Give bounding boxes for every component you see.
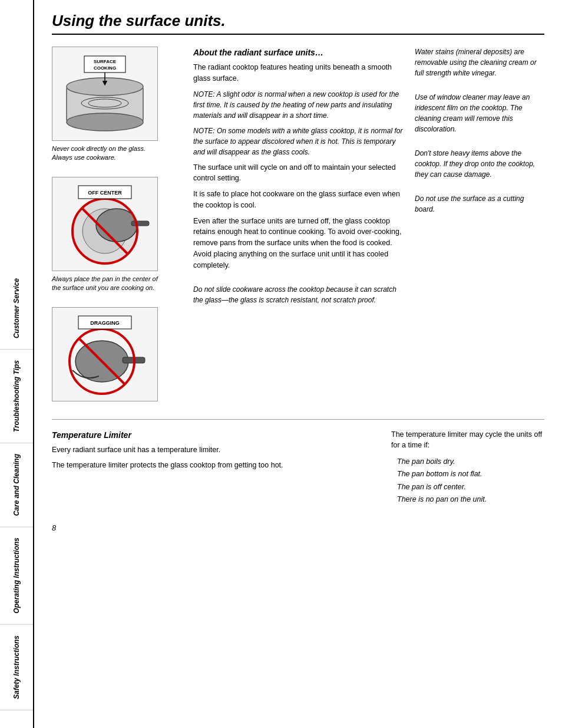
- dragging-diagram: DRAGGING: [52, 307, 158, 401]
- surface-cooking-svg: SURFACE COOKING: [55, 51, 155, 137]
- section-divider: [52, 419, 544, 420]
- off-center-caption: Always place the pan in the center of th…: [52, 275, 158, 293]
- body-para-4: The surface unit will cycle on and off t…: [193, 162, 403, 185]
- surface-cooking-caption: Never cook directly on the glass. Always…: [52, 144, 158, 163]
- page-number: 8: [52, 523, 544, 532]
- right-para-3: Don't store heavy items above the cookto…: [415, 148, 544, 180]
- body-para-5: It is safe to place hot cookware on the …: [193, 189, 403, 211]
- right-para-4: Do not use the surface as a cutting boar…: [415, 193, 544, 215]
- temp-heading: Temperature Limiter: [52, 430, 379, 440]
- sidebar-item-care-cleaning: Care and Cleaning: [0, 443, 33, 527]
- svg-text:COOKING: COOKING: [94, 65, 116, 71]
- right-para-2: Use of window cleaner may leave an iride…: [415, 92, 544, 134]
- sidebar-nav: Customer Service Troubleshooting Tips Ca…: [0, 268, 33, 710]
- temp-para-2: The temperature limiter protects the gla…: [52, 460, 379, 471]
- temp-list-4: There is no pan on the unit.: [397, 493, 544, 506]
- sidebar-item-operating-instructions: Operating Instructions: [0, 527, 33, 625]
- svg-rect-12: [131, 221, 149, 226]
- main-content: Using the surface units. SURFACE COOKIN: [34, 0, 562, 728]
- left-column: SURFACE COOKING Never cook directly on t…: [52, 47, 181, 405]
- svg-point-2: [67, 113, 143, 131]
- far-right-column: Water stains (mineral deposits) are remo…: [415, 47, 544, 405]
- temp-list-1: The pan boils dry.: [397, 456, 544, 468]
- right-area: About the radiant surface units… The rad…: [193, 47, 544, 405]
- svg-text:DRAGGING: DRAGGING: [90, 320, 120, 326]
- temperature-limiter-section: Temperature Limiter Every radiant surfac…: [52, 429, 544, 506]
- sidebar-item-troubleshooting: Troubleshooting Tips: [0, 350, 33, 443]
- dragging-note: Do not slide cookware across the cooktop…: [193, 284, 403, 305]
- svg-text:OFF CENTER: OFF CENTER: [88, 190, 122, 196]
- temp-right-col: The temperature limiter may cycle the un…: [391, 429, 544, 506]
- sidebar-item-safety-instructions: Safety Instructions: [0, 625, 33, 710]
- page-title: Using the surface units.: [52, 12, 544, 35]
- temp-list-2: The pan bottom is not flat.: [397, 468, 544, 480]
- body-para-3: NOTE: On some models with a white glass …: [193, 126, 403, 157]
- sidebar-item-customer-service: Customer Service: [0, 268, 33, 350]
- sidebar: Customer Service Troubleshooting Tips Ca…: [0, 0, 34, 728]
- body-para-6: Even after the surface units are turned …: [193, 216, 403, 271]
- temp-para-1: Every radiant surface unit has a tempera…: [52, 444, 379, 456]
- section1-heading: About the radiant surface units…: [193, 48, 403, 57]
- dragging-svg: DRAGGING: [55, 311, 155, 397]
- surface-cooking-diagram: SURFACE COOKING: [52, 47, 158, 141]
- body-para-1: The radiant cooktop features heating uni…: [193, 62, 403, 84]
- temp-list-3: The pan is off center.: [397, 481, 544, 493]
- temp-left-col: Temperature Limiter Every radiant surfac…: [52, 429, 379, 506]
- body-para-2: NOTE: A slight odor is normal when a new…: [193, 89, 403, 121]
- temp-right-heading: The temperature limiter may cycle the un…: [391, 429, 544, 452]
- content-area: SURFACE COOKING Never cook directly on t…: [52, 47, 544, 405]
- off-center-diagram: OFF CENTER: [52, 177, 158, 271]
- svg-text:SURFACE: SURFACE: [94, 59, 117, 64]
- off-center-svg: OFF CENTER: [55, 181, 155, 266]
- mid-column: About the radiant surface units… The rad…: [193, 47, 403, 405]
- right-para-1: Water stains (mineral deposits) are remo…: [415, 47, 544, 78]
